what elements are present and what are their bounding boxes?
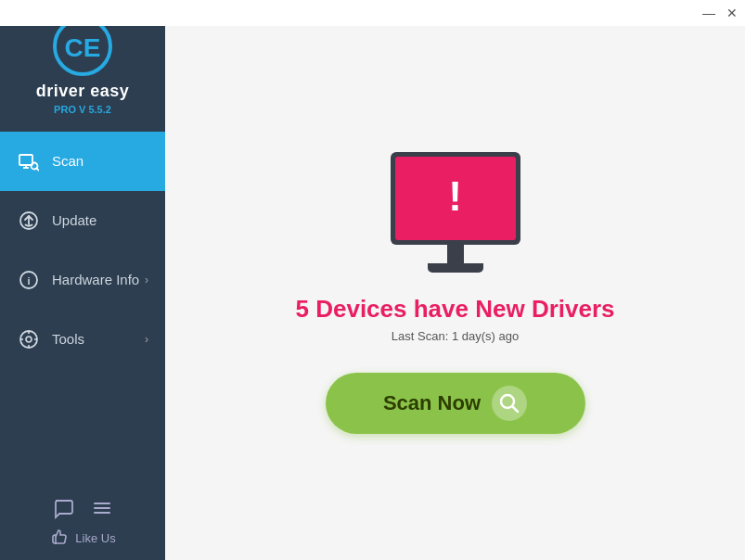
monitor-stand-base — [428, 263, 483, 273]
main-content: ! 5 Devices have New Drivers Last Scan: … — [165, 0, 745, 560]
svg-point-12 — [26, 337, 32, 342]
app-name: driver easy — [36, 82, 130, 102]
sidebar-item-scan[interactable]: Scan — [0, 132, 165, 191]
chat-icon[interactable] — [52, 497, 74, 519]
svg-text:CE: CE — [65, 33, 101, 62]
scan-now-label: Scan Now — [383, 391, 481, 415]
sidebar-item-hardware-info[interactable]: i Hardware Info › — [0, 250, 165, 310]
hardware-info-arrow-icon: › — [145, 274, 148, 286]
list-icon[interactable] — [91, 497, 113, 519]
update-icon — [17, 209, 41, 233]
close-button[interactable]: ✕ — [726, 6, 738, 19]
svg-rect-2 — [19, 155, 32, 165]
scan-icon — [17, 149, 41, 173]
monitor-outer: ! — [391, 152, 520, 245]
like-us-row[interactable]: Like Us — [49, 528, 115, 547]
sidebar-item-tools[interactable]: Tools › — [0, 310, 165, 369]
svg-line-6 — [37, 168, 39, 170]
sidebar: CE driver easy PRO V 5.5.2 Scan — [0, 0, 165, 560]
tools-icon — [17, 327, 41, 351]
nav-menu: Scan Update i Hardware Info — [0, 132, 165, 497]
minimize-button[interactable]: — — [702, 6, 715, 19]
hardware-info-icon: i — [17, 268, 41, 292]
sidebar-item-hardware-info-label: Hardware Info — [52, 272, 145, 287]
sidebar-bottom-icons-row — [52, 497, 113, 519]
like-us-label: Like Us — [75, 531, 115, 545]
monitor-screen: ! — [395, 157, 516, 240]
sidebar-item-update-label: Update — [52, 212, 148, 228]
thumbs-up-icon — [49, 528, 68, 547]
sidebar-item-scan-label: Scan — [52, 153, 148, 169]
title-bar: — ✕ — [0, 0, 745, 26]
alert-subtitle: Last Scan: 1 day(s) ago — [392, 329, 519, 343]
scan-now-button[interactable]: Scan Now — [326, 373, 585, 434]
exclamation-icon: ! — [448, 176, 462, 217]
sidebar-item-update[interactable]: Update — [0, 191, 165, 250]
sidebar-bottom: Like Us — [0, 497, 165, 560]
app-version: PRO V 5.5.2 — [54, 104, 111, 115]
alert-title: 5 Devices have New Drivers — [296, 295, 615, 324]
scan-now-search-icon — [492, 386, 527, 421]
monitor-stand-neck — [447, 245, 464, 263]
tools-arrow-icon: › — [145, 333, 148, 346]
svg-text:i: i — [27, 275, 30, 286]
svg-line-22 — [513, 407, 519, 413]
monitor-illustration: ! — [391, 152, 520, 273]
sidebar-item-tools-label: Tools — [52, 331, 145, 347]
